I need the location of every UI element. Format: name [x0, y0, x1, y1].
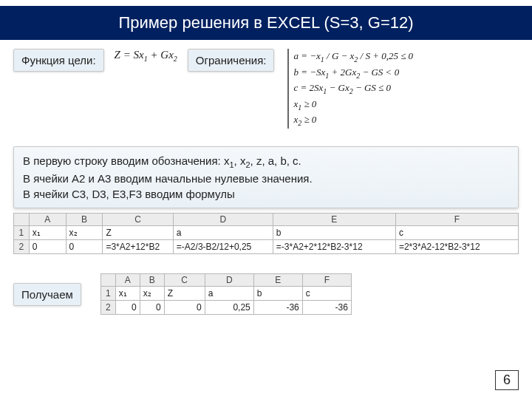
- excel-table-values: ABCDEF1x₁x₂Zabc20000,25-36-36: [100, 273, 352, 315]
- constraints-formulas: a = −x1 / G − x2 / S + 0,25 ≤ 0b = −Sx1 …: [287, 49, 413, 129]
- slide: Пример решения в EXCEL (S=3, G=12) Функц…: [0, 0, 532, 399]
- objective-label: Функция цели:: [13, 49, 104, 72]
- page-number: 6: [495, 370, 519, 390]
- definitions-row: Функция цели: Z = Sx1 + Gx2 Ограничения:…: [13, 49, 519, 129]
- title-bar: Пример решения в EXCEL (S=3, G=12): [0, 6, 532, 40]
- excel-table-formulas: ABCDEF1x₁x₂Zabc200=3*A2+12*B2=-A2/3-B2/1…: [13, 213, 519, 254]
- constraints-label: Ограничения:: [188, 49, 275, 72]
- result-label: Получаем: [13, 283, 81, 306]
- result-row: Получаем ABCDEF1x₁x₂Zabc20000,25-36-36: [13, 273, 519, 315]
- slide-title: Пример решения в EXCEL (S=3, G=12): [118, 13, 413, 32]
- instructions-text: В первую строку вводим обозначения: x1, …: [13, 146, 519, 208]
- objective-formula: Z = Sx1 + Gx2: [115, 49, 177, 63]
